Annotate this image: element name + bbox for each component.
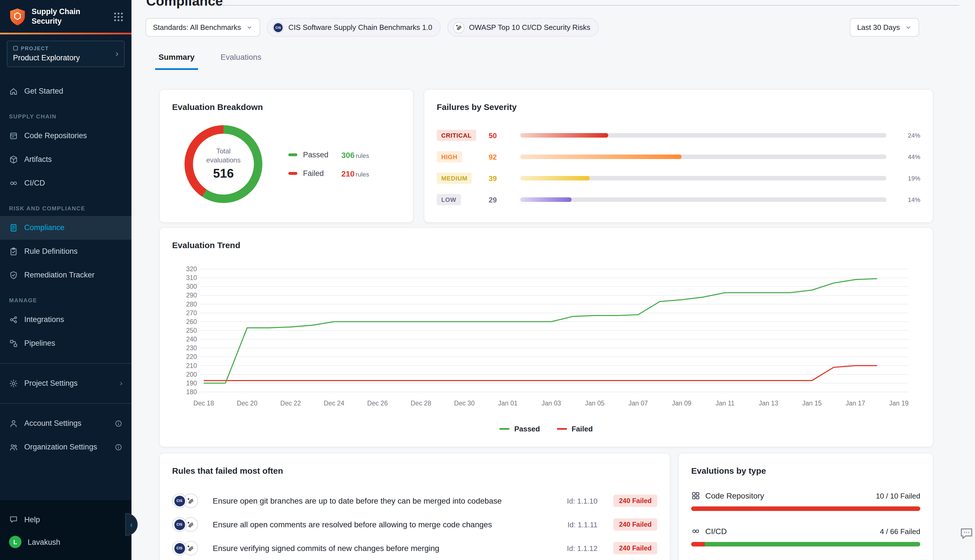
failed-rules-card: Rules that failed most often CIS Ensure … <box>159 453 670 560</box>
sidebar-item-account-settings[interactable]: Account Settings <box>0 412 132 435</box>
evaluations-by-type-card: Evalutions by type Code Repository 10 / … <box>678 453 933 560</box>
type-row-cicd: CI/CD 4 / 66 Failed <box>691 527 920 547</box>
sidebar-item-cicd[interactable]: CI/CD <box>0 172 132 195</box>
severity-badge: HIGH <box>437 151 462 162</box>
cis-icon: CIS <box>172 541 187 555</box>
info-icon <box>115 420 122 427</box>
severity-count: 39 <box>489 174 513 182</box>
owasp-icon <box>453 22 464 33</box>
sidebar-item-get-started[interactable]: Get Started <box>0 80 132 103</box>
rule-row[interactable]: CIS Ensure verifying signed commits of n… <box>172 536 657 560</box>
module-grid-icon[interactable] <box>114 12 124 22</box>
rule-id: Id: 1.1.10 <box>539 497 598 505</box>
svg-text:Jan 11: Jan 11 <box>715 400 735 407</box>
brand-name: Supply Chain Security <box>32 7 108 27</box>
help-button[interactable]: Help <box>9 508 122 531</box>
cis-icon: CIS <box>172 517 187 532</box>
cis-icon: CIS <box>272 22 284 33</box>
failed-line-swatch <box>557 428 567 430</box>
legend-item-passed: Passed <box>500 425 540 433</box>
shield-logo-icon <box>9 8 26 26</box>
gear-icon <box>9 379 18 388</box>
dashboard-cards: Evaluation Breakdown Total evaluations 5… <box>159 89 933 560</box>
severity-percent: 19% <box>893 175 920 182</box>
type-result-bar <box>691 542 920 547</box>
svg-text:Jan 15: Jan 15 <box>802 400 821 407</box>
rule-row[interactable]: CIS Ensure open git branches are up to d… <box>172 489 657 513</box>
rule-text: Ensure all open comments are resolved be… <box>213 520 533 529</box>
chevron-right-icon: › <box>120 379 122 388</box>
severity-row-medium: MEDIUM 39 19% <box>437 173 920 184</box>
tab-evaluations[interactable]: Evaluations <box>217 52 265 70</box>
repository-icon <box>9 132 18 140</box>
chevron-down-icon <box>246 24 253 31</box>
benchmark-chip-cis[interactable]: CIS CIS Software Supply Chain Benchmarks… <box>267 18 441 37</box>
main-content: Compliance Standards: All Benchmarks CIS… <box>132 0 975 560</box>
severity-count: 50 <box>489 131 513 140</box>
tab-summary[interactable]: Summary <box>155 52 198 70</box>
sidebar-footer: Help L Lavakush <box>0 500 132 560</box>
svg-text:180: 180 <box>186 388 197 396</box>
rule-text: Ensure open git branches are up to date … <box>213 496 533 505</box>
severity-bar <box>520 197 887 202</box>
project-name: Product Exploratory <box>13 53 115 62</box>
sidebar-item-artifacts[interactable]: Artifacts <box>0 148 132 172</box>
svg-text:190: 190 <box>186 380 197 387</box>
chat-help-icon <box>9 515 18 524</box>
section-manage: MANAGE <box>9 297 122 303</box>
sidebar-divider <box>0 363 132 364</box>
svg-text:270: 270 <box>186 309 197 317</box>
svg-text:Jan 07: Jan 07 <box>628 400 648 407</box>
type-row-code-repository: Code Repository 10 / 10 Failed <box>691 491 920 511</box>
chat-widget-button[interactable] <box>959 526 974 543</box>
severity-count: 29 <box>489 195 513 204</box>
failed-count-badge: 240 Failed <box>613 495 657 507</box>
infinity-icon <box>691 527 700 536</box>
rule-row[interactable]: CIS Ensure all open comments are resolve… <box>172 513 657 536</box>
severity-row-critical: CRITICAL 50 24% <box>437 130 920 141</box>
chevron-left-icon: ‹ <box>130 520 133 529</box>
svg-text:Jan 05: Jan 05 <box>585 400 604 407</box>
donut-legend: Passed 306rules Failed 210rules <box>288 150 369 178</box>
user-menu[interactable]: L Lavakush <box>9 531 122 553</box>
severity-badge: MEDIUM <box>437 173 472 184</box>
severity-badge: LOW <box>437 194 461 205</box>
svg-text:300: 300 <box>186 283 197 290</box>
card-title: Evaluation Breakdown <box>172 102 401 112</box>
sidebar-item-project-settings[interactable]: Project Settings › <box>0 372 132 395</box>
svg-text:Dec 26: Dec 26 <box>367 400 388 407</box>
avatar: L <box>9 536 22 548</box>
svg-text:250: 250 <box>186 327 197 334</box>
home-icon <box>9 87 18 96</box>
user-icon <box>9 419 18 428</box>
svg-text:260: 260 <box>186 318 197 325</box>
benchmark-chip-owasp[interactable]: OWASP Top 10 CI/CD Security Risks <box>447 18 599 37</box>
svg-text:Dec 20: Dec 20 <box>237 400 257 407</box>
sidebar-item-pipelines[interactable]: Pipelines <box>0 332 132 355</box>
app-root: Supply Chain Security PROJECT Product Ex… <box>0 0 975 560</box>
passed-swatch <box>288 153 297 156</box>
shield-check-icon <box>9 271 18 280</box>
project-selector[interactable]: PROJECT Product Exploratory › <box>7 41 125 67</box>
sidebar-item-organization-settings[interactable]: Organization Settings <box>0 435 132 459</box>
sidebar-item-code-repositories[interactable]: Code Repositories <box>0 124 132 148</box>
rule-id: Id: 1.1.11 <box>539 520 598 529</box>
card-title: Evalutions by type <box>691 466 920 475</box>
evaluation-breakdown-card: Evaluation Breakdown Total evaluations 5… <box>159 89 414 223</box>
card-title: Failures by Severity <box>437 102 920 112</box>
svg-text:210: 210 <box>186 362 197 369</box>
severity-bar <box>520 133 887 138</box>
date-range-dropdown[interactable]: Last 30 Days <box>850 18 919 37</box>
clipboard-check-icon <box>9 247 18 256</box>
sidebar-item-compliance[interactable]: Compliance <box>0 216 132 240</box>
svg-text:240: 240 <box>186 335 197 343</box>
sidebar-item-remediation-tracker[interactable]: Remediation Tracker <box>0 263 132 287</box>
sidebar-divider <box>0 403 132 404</box>
svg-text:Jan 13: Jan 13 <box>759 400 778 407</box>
sidebar-item-rule-definitions[interactable]: Rule Definitions <box>0 240 132 263</box>
brand-accent-line <box>0 33 132 34</box>
sidebar-item-integrations[interactable]: Integrations <box>0 308 132 332</box>
svg-text:310: 310 <box>186 274 197 282</box>
standards-filter-dropdown[interactable]: Standards: All Benchmarks <box>145 18 260 37</box>
failed-count-badge: 240 Failed <box>613 542 657 554</box>
